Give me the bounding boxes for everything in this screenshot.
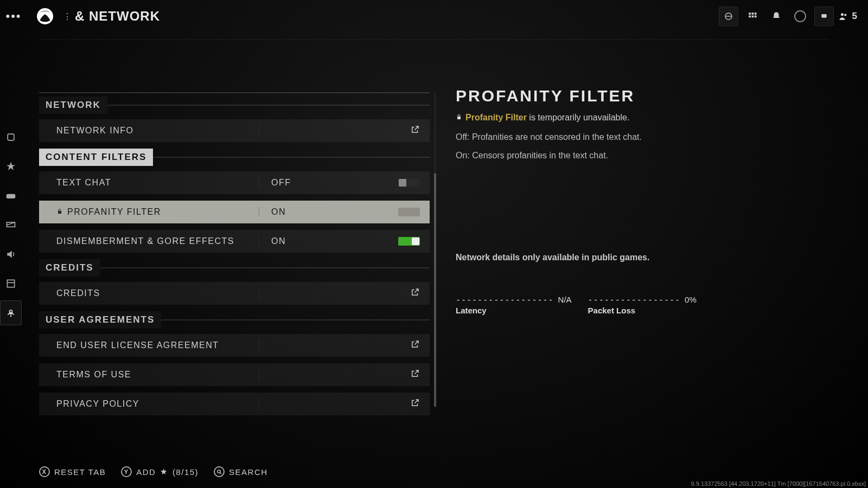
toggle-locked bbox=[398, 208, 420, 216]
network-note: Network details only available in public… bbox=[456, 253, 825, 262]
hint-reset-tab[interactable]: X RESET TAB bbox=[39, 466, 106, 477]
svg-point-17 bbox=[217, 470, 220, 473]
latency-value: N/A bbox=[558, 295, 572, 304]
row-terms-of-use[interactable]: TERMS OF USE bbox=[39, 363, 430, 386]
row-value: OFF bbox=[271, 178, 291, 188]
row-value: ON bbox=[271, 236, 286, 246]
svg-rect-4 bbox=[754, 12, 756, 15]
row-label: PROFANITY FILTER bbox=[67, 207, 161, 217]
list-scrollbar[interactable] bbox=[434, 92, 436, 407]
description-off: Off: Profanities are not censored in the… bbox=[456, 132, 825, 142]
apps-grid-icon[interactable] bbox=[743, 7, 762, 26]
svg-rect-2 bbox=[749, 12, 751, 15]
section-network: NETWORK bbox=[39, 97, 430, 114]
packet-loss-label: Packet Loss bbox=[588, 306, 697, 315]
packet-loss-value: 0% bbox=[685, 295, 697, 304]
external-link-icon bbox=[410, 339, 420, 351]
row-value: ON bbox=[271, 207, 286, 217]
row-eula[interactable]: END USER LICENSE AGREEMENT bbox=[39, 334, 430, 357]
cloud-icon[interactable] bbox=[719, 7, 738, 26]
footer-hints: X RESET TAB Y ADD ★ (8/15) SEARCH bbox=[39, 466, 268, 477]
notifications-icon[interactable] bbox=[767, 7, 786, 26]
build-version: 9.9.13372563 [44.203.1720+11] Tm [7000][… bbox=[691, 480, 866, 487]
external-link-icon bbox=[410, 369, 420, 381]
page-title: & NETWORK bbox=[75, 9, 160, 24]
settings-list: NETWORK NETWORK INFO CONTENT FILTERS TEX… bbox=[39, 92, 430, 422]
controller-badge-icon[interactable] bbox=[814, 7, 834, 26]
party-icon bbox=[838, 11, 849, 22]
row-label: DISMEMBERMENT & GORE EFFECTS bbox=[56, 236, 234, 246]
tab-audio-icon[interactable] bbox=[0, 242, 22, 267]
list-top-line bbox=[39, 92, 430, 93]
section-user-agreements: USER AGREEMENTS bbox=[39, 311, 430, 329]
x-button-icon: X bbox=[39, 466, 50, 477]
search-button-icon bbox=[214, 466, 225, 477]
network-stats: ------------------N/A Latency ----------… bbox=[456, 295, 825, 315]
window-menu-button[interactable]: ••• bbox=[0, 3, 27, 29]
row-label: TERMS OF USE bbox=[56, 370, 131, 380]
row-label: CREDITS bbox=[56, 288, 100, 298]
tab-network-icon[interactable] bbox=[0, 300, 22, 325]
svg-rect-5 bbox=[749, 16, 751, 18]
row-label: TEXT CHAT bbox=[56, 178, 111, 188]
latency-label: Latency bbox=[456, 306, 572, 315]
svg-rect-11 bbox=[8, 134, 14, 140]
row-credits[interactable]: CREDITS bbox=[39, 282, 430, 305]
party-count[interactable]: 5 bbox=[838, 11, 857, 22]
description-warning: Profanity Filter is temporarily unavaila… bbox=[456, 113, 825, 123]
hint-add-favorite[interactable]: Y ADD ★ (8/15) bbox=[121, 466, 199, 477]
row-text-chat[interactable]: TEXT CHAT OFF bbox=[39, 171, 430, 194]
compass-icon[interactable] bbox=[790, 7, 810, 26]
row-label: NETWORK INFO bbox=[56, 126, 133, 136]
tab-display-icon[interactable] bbox=[0, 213, 22, 237]
tab-star-icon[interactable] bbox=[0, 154, 22, 179]
svg-point-9 bbox=[841, 13, 844, 16]
external-link-icon bbox=[410, 125, 420, 137]
header-divider bbox=[39, 39, 829, 40]
settings-tabs-sidebar bbox=[0, 125, 23, 325]
row-network-info[interactable]: NETWORK INFO bbox=[39, 119, 430, 142]
tab-interface-icon[interactable] bbox=[0, 271, 22, 296]
external-link-icon bbox=[410, 287, 420, 299]
tab-controller-icon[interactable] bbox=[0, 183, 22, 208]
xbox-logo-icon[interactable] bbox=[37, 8, 53, 24]
svg-rect-13 bbox=[7, 280, 14, 287]
row-label: PRIVACY POLICY bbox=[56, 399, 139, 409]
titlebar: ••• ⋮ & NETWORK 5 bbox=[0, 0, 868, 33]
svg-rect-15 bbox=[58, 211, 61, 214]
section-credits: CREDITS bbox=[39, 259, 430, 277]
svg-rect-3 bbox=[751, 12, 754, 15]
description-on: On: Censors profanities in the text chat… bbox=[456, 151, 825, 160]
svg-rect-8 bbox=[821, 14, 826, 18]
row-privacy-policy[interactable]: PRIVACY POLICY bbox=[39, 393, 430, 415]
y-button-icon: Y bbox=[121, 466, 132, 477]
section-content-filters: CONTENT FILTERS bbox=[39, 149, 430, 166]
lock-icon bbox=[56, 207, 63, 217]
lock-icon bbox=[456, 113, 462, 123]
row-profanity-filter[interactable]: PROFANITY FILTER ON bbox=[39, 201, 430, 223]
svg-point-10 bbox=[844, 14, 846, 16]
description-title: PROFANITY FILTER bbox=[456, 87, 825, 105]
row-gore-effects[interactable]: DISMEMBERMENT & GORE EFFECTS ON bbox=[39, 230, 430, 253]
description-panel: PROFANITY FILTER Profanity Filter is tem… bbox=[456, 87, 825, 315]
window-drag-icon: ⋮ bbox=[63, 11, 72, 22]
star-icon: ★ bbox=[160, 467, 168, 477]
row-label: END USER LICENSE AGREEMENT bbox=[56, 341, 219, 350]
scrollbar-thumb[interactable] bbox=[434, 174, 436, 407]
toggle-off[interactable] bbox=[398, 178, 420, 187]
svg-rect-6 bbox=[751, 16, 754, 18]
tab-lt-icon[interactable] bbox=[0, 125, 22, 150]
external-link-icon bbox=[410, 398, 420, 410]
svg-rect-7 bbox=[754, 16, 756, 18]
svg-rect-16 bbox=[457, 117, 461, 119]
hint-search[interactable]: SEARCH bbox=[214, 466, 268, 477]
toggle-on[interactable] bbox=[398, 237, 420, 246]
